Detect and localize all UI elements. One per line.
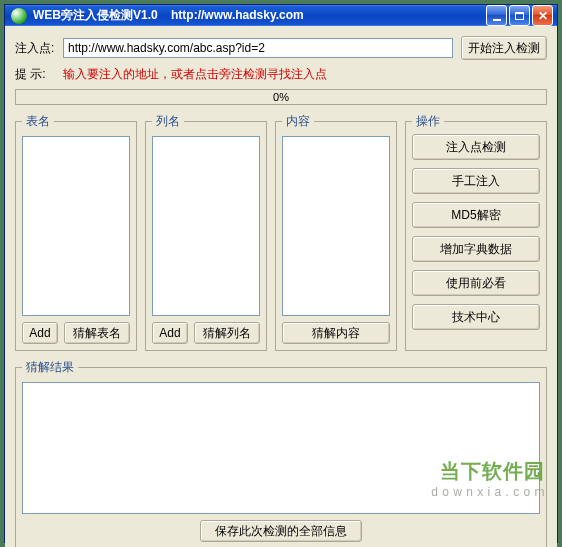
cols-listbox[interactable] [152, 136, 260, 316]
content-group: 内容 猜解内容 [275, 113, 397, 351]
op-add-dict[interactable]: 增加字典数据 [412, 236, 540, 262]
result-group: 猜解结果 保存此次检测的全部信息 [15, 359, 547, 547]
table-name-group: 表名 Add 猜解表名 [15, 113, 137, 351]
minimize-button[interactable] [486, 5, 507, 26]
save-all-button[interactable]: 保存此次检测的全部信息 [200, 520, 362, 542]
add-col-button[interactable]: Add [152, 322, 188, 344]
progress-text: 0% [273, 91, 289, 103]
content-listbox[interactable] [282, 136, 390, 316]
hint-label: 提 示: [15, 66, 63, 83]
column-name-group: 列名 Add 猜解列名 [145, 113, 267, 351]
hint-text: 输入要注入的地址，或者点击旁注检测寻找注入点 [63, 66, 547, 83]
guess-cols-button[interactable]: 猜解列名 [194, 322, 260, 344]
table-legend: 表名 [22, 113, 54, 130]
app-icon [11, 8, 27, 24]
op-md5-decrypt[interactable]: MD5解密 [412, 202, 540, 228]
ops-legend: 操作 [412, 113, 444, 130]
window-title: WEB旁注入侵检测V1.0 http://www.hadsky.com [33, 7, 304, 24]
op-manual-inject[interactable]: 手工注入 [412, 168, 540, 194]
result-legend: 猜解结果 [22, 359, 78, 376]
guess-content-button[interactable]: 猜解内容 [282, 322, 390, 344]
table-listbox[interactable] [22, 136, 130, 316]
start-inject-button[interactable]: 开始注入检测 [461, 36, 547, 60]
cols-legend: 列名 [152, 113, 184, 130]
op-tech-center[interactable]: 技术中心 [412, 304, 540, 330]
url-input[interactable] [63, 38, 453, 58]
result-textarea[interactable] [22, 382, 540, 514]
op-readme[interactable]: 使用前必看 [412, 270, 540, 296]
add-table-button[interactable]: Add [22, 322, 58, 344]
content-legend: 内容 [282, 113, 314, 130]
guess-table-button[interactable]: 猜解表名 [64, 322, 130, 344]
close-button[interactable]: ✕ [532, 5, 553, 26]
titlebar: WEB旁注入侵检测V1.0 http://www.hadsky.com ✕ [5, 5, 557, 26]
inject-label: 注入点: [15, 40, 63, 57]
op-inject-point[interactable]: 注入点检测 [412, 134, 540, 160]
maximize-button[interactable] [509, 5, 530, 26]
progress-bar: 0% [15, 89, 547, 105]
ops-group: 操作 注入点检测 手工注入 MD5解密 增加字典数据 使用前必看 技术中心 [405, 113, 547, 351]
